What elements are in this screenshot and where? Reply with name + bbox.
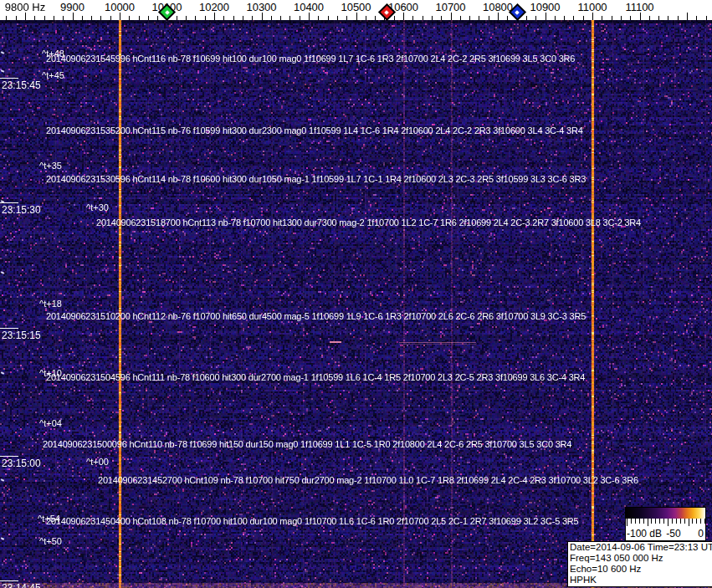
legend-tick <box>672 519 673 524</box>
time-offset-label: ^t+30 <box>86 202 109 212</box>
legend-tick <box>684 519 685 524</box>
freq-axis-label: 9900 <box>60 1 85 13</box>
event-text-line: 20140906231452700 hCnt109 nb-78 f10700 h… <box>98 475 638 485</box>
freq-tick <box>602 16 602 20</box>
time-axis-label: 23:15:30 <box>2 204 41 216</box>
freq-tick <box>337 16 338 20</box>
legend-tick <box>655 519 656 524</box>
time-offset-label: ^t+35 <box>39 161 62 171</box>
freq-tick <box>195 16 196 20</box>
freq-tick <box>479 16 479 20</box>
freq-tick <box>678 16 679 20</box>
time-offset-label: ^t+00 <box>86 457 109 467</box>
event-text-line: 20140906231545996 hCnt116 nb-78 f10699 h… <box>46 54 575 64</box>
event-text-line: 20140906231504596 hCnt111 nb-78 f10600 h… <box>46 372 585 382</box>
freq-tick <box>621 16 622 20</box>
freq-tick <box>498 13 499 20</box>
event-text-line: 20140906231450400 hCnt108 nb-78 f10700 h… <box>46 516 579 526</box>
freq-axis-label: 10900 <box>530 1 560 13</box>
freq-tick <box>555 16 556 20</box>
legend-tick <box>680 519 681 524</box>
freq-axis-label: 11000 <box>577 1 607 13</box>
event-text-line: 20140906231535200 hCnt115 nb-76 f10599 h… <box>46 125 583 135</box>
legend-tick <box>635 519 636 524</box>
freq-tick <box>63 16 64 20</box>
freq-tick <box>356 13 357 20</box>
freq-tick <box>73 13 74 20</box>
freq-tick <box>668 16 668 20</box>
freq-tick <box>223 16 224 20</box>
legend-tick <box>648 519 648 526</box>
time-axis-tick <box>0 328 18 329</box>
freq-tick <box>289 16 290 20</box>
freq-tick <box>564 16 565 20</box>
freq-tick <box>412 16 413 20</box>
freq-axis-label: 11100 <box>625 1 653 13</box>
db-scale-legend: -100 dB -50 0 <box>625 507 706 541</box>
legend-tick-ruler <box>626 519 705 527</box>
legend-min-label: -100 dB <box>627 528 662 539</box>
freq-tick <box>451 13 452 20</box>
colormap-gradient <box>626 508 705 519</box>
legend-tick <box>668 519 668 526</box>
freq-tick <box>507 16 508 20</box>
spectrogram-window: 9800 Hz990010000101001020010300104001050… <box>0 0 712 588</box>
freq-tick <box>300 16 300 20</box>
freq-tick <box>375 16 376 20</box>
legend-tick <box>651 519 652 524</box>
freq-tick <box>233 16 234 20</box>
event-text-line: 20140906231510200 hCnt112 nb-76 f10700 h… <box>46 311 586 321</box>
legend-tick <box>659 519 660 524</box>
time-axis-tick <box>0 456 18 457</box>
freq-tick <box>280 16 281 20</box>
freq-tick <box>366 16 366 20</box>
info-box: Date=2014-09-06 Time=23:13 UTC Freq=143 … <box>567 541 712 587</box>
freq-tick <box>186 16 187 20</box>
legend-tick <box>676 519 677 524</box>
time-axis-tick <box>0 580 18 581</box>
freq-tick <box>44 16 45 20</box>
freq-tick <box>252 16 253 20</box>
freq-tick <box>214 13 215 20</box>
time-axis-label: 23:14:45 <box>2 582 41 588</box>
freq-tick <box>526 16 527 20</box>
freq-tick <box>432 16 433 20</box>
info-frequency: Freq=143 050 000 Hz <box>570 553 711 564</box>
freq-tick <box>120 13 120 20</box>
time-axis-label: 23:15:45 <box>2 79 41 91</box>
legend-tick <box>700 519 701 524</box>
freq-tick <box>100 16 101 20</box>
freq-tick <box>6 16 7 20</box>
legend-max-label: 0 <box>698 528 704 539</box>
freq-tick <box>34 16 35 20</box>
legend-tick <box>663 519 664 524</box>
time-axis-label: 23:15:00 <box>2 458 41 469</box>
time-offset-label: ^t+04 <box>39 418 62 428</box>
freq-tick <box>157 16 158 20</box>
event-text-line: 20140906231500096 hCnt110 nb-78 f10699 h… <box>43 439 571 449</box>
freq-tick <box>612 16 612 20</box>
freq-tick <box>271 16 272 20</box>
legend-tick <box>704 519 705 524</box>
freq-axis-label: 10500 <box>341 1 371 13</box>
freq-tick <box>640 13 641 20</box>
freq-tick <box>394 16 395 20</box>
freq-axis-label: 10000 <box>105 1 135 13</box>
legend-tick <box>692 519 693 524</box>
legend-tick <box>627 519 627 526</box>
legend-tick <box>639 519 640 524</box>
event-text-line: 20140906231518700 hCnt113 nb-78 f10700 h… <box>96 217 641 228</box>
freq-tick <box>706 16 707 20</box>
legend-mid-label: -50 <box>666 528 680 539</box>
freq-tick <box>687 13 688 20</box>
freq-axis-label: 10700 <box>435 1 465 13</box>
freq-tick <box>423 16 423 20</box>
spectrogram-canvas <box>0 20 712 588</box>
freq-tick <box>649 16 650 20</box>
legend-labels: -100 dB -50 0 <box>626 528 705 539</box>
freq-tick <box>696 16 697 20</box>
freq-tick <box>148 16 149 20</box>
freq-tick <box>328 16 329 20</box>
freq-tick <box>469 16 470 20</box>
legend-tick <box>696 519 697 524</box>
